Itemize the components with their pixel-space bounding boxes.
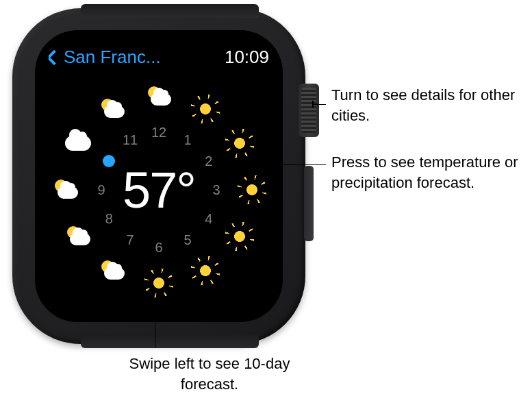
sun-icon (226, 130, 253, 157)
hour-number: 3 (207, 180, 226, 199)
callout-leader (240, 164, 326, 165)
sun-icon (145, 269, 173, 297)
hour-number: 9 (92, 180, 111, 199)
callout-leader (312, 104, 326, 105)
partly-icon (99, 257, 126, 284)
status-bar: San Franc... 10:09 (49, 47, 269, 68)
callout-leader-cap (151, 321, 159, 321)
hourly-weather-dial[interactable]: 57° 1212345678911 (49, 80, 268, 299)
watch-band-bottom (81, 334, 259, 348)
hour-number: 2 (199, 151, 218, 171)
partly-icon (145, 83, 173, 110)
hour-number: 4 (199, 209, 218, 228)
callout-crown: Turn to see details for other cities. (331, 85, 516, 125)
sun-icon (226, 223, 253, 250)
hour-number: 1 (178, 130, 197, 149)
hour-number: 6 (149, 238, 168, 257)
callout-leader (155, 321, 155, 348)
digital-crown[interactable] (299, 84, 319, 137)
clock-time: 10:09 (225, 47, 269, 68)
hour-number: 11 (121, 130, 140, 149)
callout-swipe: Swipe left to see 10-day forecast. (121, 354, 299, 394)
partly-icon (64, 223, 92, 250)
current-temperature: 57° (123, 161, 195, 219)
watch-case: San Franc... 10:09 57° 1212345678911 (12, 8, 305, 344)
watch-screen[interactable]: San Franc... 10:09 57° 1212345678911 (35, 30, 283, 322)
hour-number: 5 (178, 230, 197, 249)
callout-face: Press to see temperature or precipitatio… (331, 152, 523, 193)
sun-icon (192, 257, 219, 284)
partly-icon (52, 176, 79, 204)
side-button[interactable] (304, 166, 314, 241)
chevron-left-icon (49, 49, 62, 65)
hour-number: 7 (121, 230, 140, 249)
sun-icon (192, 95, 219, 123)
sun-icon (238, 176, 266, 204)
back-button[interactable]: San Franc... (49, 47, 161, 68)
hour-number: 8 (99, 209, 118, 228)
callout-leader-cap (312, 101, 314, 108)
current-hour-marker (103, 155, 115, 167)
hour-number: 12 (149, 123, 168, 142)
city-title: San Franc... (64, 47, 161, 68)
watch-band-top (81, 4, 259, 18)
cloud-icon (64, 130, 92, 157)
callout-leader-cap (240, 161, 241, 168)
partly-icon (99, 95, 126, 123)
